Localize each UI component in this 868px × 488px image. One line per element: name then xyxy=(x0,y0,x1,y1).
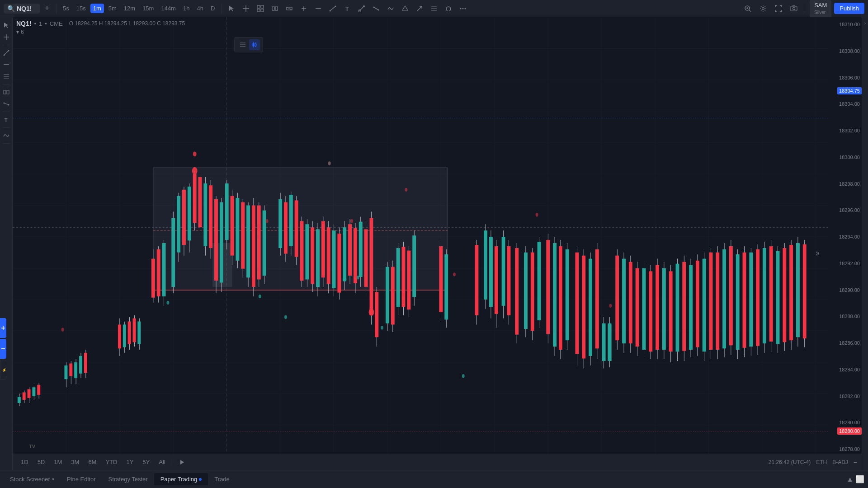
add-symbol-button[interactable]: + xyxy=(42,3,52,14)
tab-paper-trading[interactable]: Paper Trading xyxy=(154,473,208,485)
tf-5s[interactable]: 5s xyxy=(60,4,72,13)
collapse-up-button[interactable]: ▲ xyxy=(846,475,854,483)
fib-tool[interactable] xyxy=(428,2,440,15)
svg-point-46 xyxy=(8,50,9,52)
range-minus[interactable]: − xyxy=(854,459,857,466)
publish-button[interactable]: Publish xyxy=(834,3,864,14)
shape-tool[interactable] xyxy=(399,2,411,15)
svg-rect-151 xyxy=(225,183,229,240)
range-6m[interactable]: 6M xyxy=(85,457,100,467)
sidebar-action-3[interactable]: ⚡ xyxy=(0,360,6,380)
right-sidebar-expand[interactable]: › xyxy=(864,21,866,26)
svg-rect-142 xyxy=(203,183,207,246)
svg-text:»: » xyxy=(816,248,819,258)
svg-line-25 xyxy=(417,6,422,11)
range-1y[interactable]: 1Y xyxy=(123,457,137,467)
svg-point-38 xyxy=(762,7,764,9)
restore-button[interactable]: ⬜ xyxy=(855,475,864,483)
range-1m[interactable]: 1M xyxy=(50,457,66,467)
fullscreen-button[interactable] xyxy=(772,2,785,15)
symbol-selector[interactable]: 🔍 NQ1! xyxy=(4,4,40,14)
range-5y[interactable]: 5Y xyxy=(139,457,153,467)
pattern-tool[interactable] xyxy=(269,2,281,15)
svg-rect-136 xyxy=(188,187,191,240)
tf-4h[interactable]: 4h xyxy=(194,4,206,13)
range-3m[interactable]: 3M xyxy=(67,457,83,467)
tab-strategy-tester[interactable]: Strategy Tester xyxy=(102,473,154,485)
adjust-display: B-ADJ xyxy=(832,459,848,465)
zoom-button[interactable] xyxy=(741,2,754,15)
sidebar-action-1[interactable] xyxy=(0,318,6,338)
svg-point-17 xyxy=(335,5,336,7)
tab-trade[interactable]: Trade xyxy=(208,473,236,485)
sidebar-wave[interactable] xyxy=(1,130,12,141)
svg-rect-189 xyxy=(337,234,341,293)
settings-button[interactable] xyxy=(757,2,769,15)
buy-dot-6 xyxy=(462,374,465,378)
svg-rect-96 xyxy=(23,392,26,400)
tf-5m[interactable]: 5m xyxy=(106,4,119,13)
range-5d[interactable]: 5D xyxy=(34,457,49,467)
sidebar-measure[interactable] xyxy=(1,99,12,109)
svg-point-23 xyxy=(378,9,379,10)
user-badge[interactable]: SAM Silver xyxy=(810,0,831,17)
horizontal-line-tool[interactable] xyxy=(312,2,325,15)
svg-point-32 xyxy=(462,8,464,9)
measure-tool[interactable] xyxy=(370,2,382,15)
svg-rect-187 xyxy=(332,230,336,288)
grid-tool[interactable] xyxy=(254,2,267,15)
text-tool[interactable]: T xyxy=(341,2,354,15)
cursor-tool[interactable] xyxy=(225,2,238,15)
range-1d[interactable]: 1D xyxy=(17,457,32,467)
sidebar-crosshair[interactable] xyxy=(1,32,12,42)
svg-point-16 xyxy=(330,10,331,11)
svg-point-45 xyxy=(3,55,5,56)
sidebar-action-2[interactable] xyxy=(0,339,6,359)
popup-candle-icon[interactable] xyxy=(249,39,260,50)
crosshair-tool[interactable] xyxy=(240,2,252,15)
sidebar-text[interactable]: T xyxy=(1,114,12,125)
svg-rect-4 xyxy=(261,5,264,8)
sidebar-cursor[interactable] xyxy=(1,20,12,31)
chart-toolbar-popup xyxy=(234,37,263,52)
arrow-tool[interactable] xyxy=(413,2,426,15)
tf-15s[interactable]: 15s xyxy=(74,4,89,13)
tf-15m[interactable]: 15m xyxy=(140,4,156,13)
svg-rect-229 xyxy=(502,237,505,306)
separator-1 xyxy=(56,4,57,14)
svg-rect-310 xyxy=(776,251,780,344)
tf-d[interactable]: D xyxy=(208,4,217,13)
trend-line-tool[interactable] xyxy=(326,2,339,15)
sidebar-trend[interactable] xyxy=(1,47,12,58)
tab-stock-screener[interactable]: Stock Screener ▾ xyxy=(4,473,61,485)
tf-1m[interactable]: 1m xyxy=(90,4,104,13)
sidebar-horizontal[interactable] xyxy=(1,59,12,70)
popup-grid-icon[interactable] xyxy=(237,39,248,50)
chart-open: 18294.25 xyxy=(75,20,97,27)
svg-rect-207 xyxy=(391,267,395,325)
tf-1h[interactable]: 1h xyxy=(180,4,192,13)
tab-pine-editor-label: Pine Editor xyxy=(67,476,96,483)
replay-button[interactable] xyxy=(177,457,188,468)
tab-pine-editor[interactable]: Pine Editor xyxy=(61,473,102,485)
svg-rect-225 xyxy=(489,237,493,307)
sidebar-pattern[interactable] xyxy=(1,87,12,98)
svg-rect-112 xyxy=(84,353,87,373)
range-ytd[interactable]: YTD xyxy=(102,457,121,467)
wave-tool[interactable] xyxy=(384,2,397,15)
svg-rect-278 xyxy=(669,271,673,352)
tf-144m[interactable]: 144m xyxy=(158,4,179,13)
plus-tool[interactable] xyxy=(297,2,310,15)
more-tools[interactable] xyxy=(457,2,469,15)
range-tool[interactable] xyxy=(283,2,296,15)
brush-tool[interactable] xyxy=(355,2,368,15)
range-all[interactable]: All xyxy=(155,457,169,467)
symbol-label: NQ1! xyxy=(17,5,32,12)
tf-12m[interactable]: 12m xyxy=(121,4,138,13)
svg-marker-331 xyxy=(180,460,184,465)
sidebar-fib[interactable] xyxy=(1,71,12,82)
magnet-tool[interactable] xyxy=(442,2,455,15)
svg-rect-227 xyxy=(495,246,498,314)
screenshot-button[interactable] xyxy=(788,2,800,15)
tab-stock-screener-chevron: ▾ xyxy=(52,477,54,482)
